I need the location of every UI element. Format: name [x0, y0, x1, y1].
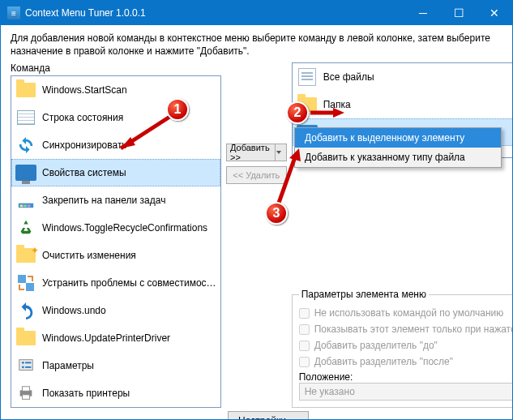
list-item[interactable]: Windows.UpdatePrinterDriver: [11, 324, 220, 352]
list-item[interactable]: Параметры: [11, 352, 220, 379]
checkbox[interactable]: [299, 357, 310, 367]
list-item-label: Windows.UpdatePrinterDriver: [42, 332, 170, 344]
svg-rect-4: [18, 275, 26, 283]
middle-column: Добавить >> << Удалить: [226, 62, 287, 408]
list-item-label: Все файлы: [323, 71, 374, 83]
menu-item-label: Добавить к указанному типу файла: [305, 152, 465, 163]
svg-point-9: [22, 366, 24, 369]
settings-icon: [15, 354, 37, 377]
list-item[interactable]: Windows.StartScan: [11, 76, 220, 104]
svg-rect-13: [22, 395, 29, 400]
list-item-label: Очистить изменения: [42, 250, 136, 261]
svg-rect-8: [25, 362, 31, 364]
position-select[interactable]: Не указано: [299, 383, 513, 401]
remove-button[interactable]: << Удалить: [226, 166, 287, 184]
list-item-label: Windows.undo: [42, 305, 106, 316]
menu-item-params: Параметры элемента меню Не использовать …: [292, 289, 513, 408]
opt-sep-before[interactable]: Добавить разделитель "до": [299, 337, 513, 354]
printer-icon: [15, 382, 37, 405]
sync-icon: [15, 134, 37, 156]
folder-icon: [296, 93, 318, 116]
settings-button-label: Настройки...: [238, 415, 294, 420]
compatibility-icon: [15, 272, 37, 294]
list-item[interactable]: Windows.ToggleRecycleConfirmations: [11, 214, 220, 242]
add-button-label: Добавить >>: [230, 143, 271, 162]
add-button[interactable]: Добавить >>: [226, 144, 287, 161]
minimize-button[interactable]: ─: [405, 1, 441, 25]
list-item[interactable]: Синхронизировать: [11, 131, 220, 159]
pin-icon: [15, 189, 37, 212]
list-item[interactable]: Показать принтеры: [11, 379, 220, 407]
position-value: Не указано: [305, 386, 355, 397]
folder-icon: [15, 79, 37, 101]
intro-text: Для добавления новой команды в контекстн…: [11, 32, 502, 58]
folder-icon: [15, 327, 37, 349]
list-item-label: Синхронизировать: [42, 139, 127, 151]
list-item[interactable]: Свойства системы: [11, 159, 220, 186]
settings-button[interactable]: Настройки...: [228, 411, 309, 420]
list-item-label: Закрепить на панели задач: [42, 195, 165, 206]
list-item-label: Свойства системы: [42, 167, 126, 178]
dropdown-arrow-icon[interactable]: [275, 144, 283, 161]
opt-show-shift[interactable]: Показывать этот элемент только при нажат…: [299, 321, 513, 337]
list-item[interactable]: Windows.undo: [11, 297, 220, 324]
list-item-label: Строка состояния: [42, 112, 123, 123]
list-item[interactable]: Все файлы: [293, 63, 513, 91]
svg-rect-1: [20, 205, 24, 208]
svg-rect-3: [28, 205, 31, 208]
list-item[interactable]: Устранить проблемы с совместимостью: [11, 269, 220, 297]
checkbox[interactable]: [299, 324, 310, 335]
monitor-icon: [15, 161, 37, 184]
position-label: Положение:: [299, 371, 513, 383]
text-icon: [15, 106, 37, 129]
list-item[interactable]: Строка состояния: [11, 104, 220, 131]
fieldset-title: Параметры элемента меню: [299, 289, 429, 300]
undo-icon: [15, 299, 37, 322]
svg-rect-12: [22, 387, 29, 392]
list-item-label: Показать принтеры: [42, 388, 130, 399]
checkbox-label: Добавить разделитель "после": [314, 356, 453, 367]
command-list[interactable]: Windows.StartScan Строка состояния Синхр…: [11, 75, 221, 408]
list-item-label: Windows.StartScan: [42, 84, 127, 96]
app-icon: ≡: [7, 6, 20, 19]
menu-item-add-filetype[interactable]: Добавить к указанному типу файла: [295, 148, 501, 167]
opt-sep-after[interactable]: Добавить разделитель "после": [299, 354, 513, 370]
remove-button-label: << Удалить: [233, 170, 280, 180]
checkbox[interactable]: [299, 341, 310, 351]
checkbox[interactable]: [299, 308, 310, 319]
list-item[interactable]: ✦ Очистить изменения: [11, 242, 220, 269]
window-title: Context Menu Tuner 1.0.0.1: [25, 7, 146, 19]
titlebar: ≡ Context Menu Tuner 1.0.0.1 ─ ☐ ✕: [1, 1, 512, 25]
list-item[interactable]: Папка: [293, 91, 513, 118]
checkbox-label: Показывать этот элемент только при нажат…: [314, 324, 513, 335]
add-dropdown-menu: Добавить к выделенному элементу Добавить…: [294, 127, 502, 168]
list-item[interactable]: Закрепить на панели задач: [11, 186, 220, 214]
recycle-icon: [15, 216, 37, 239]
list-item-label: Устранить проблемы с совместимостью: [42, 277, 217, 289]
svg-point-7: [22, 362, 24, 364]
menu-item-add-selected[interactable]: Добавить к выделенному элементу: [295, 128, 501, 148]
svg-rect-5: [26, 283, 34, 291]
opt-no-default[interactable]: Не использовать командой по умолчанию: [299, 305, 513, 321]
checkbox-label: Добавить разделитель "до": [314, 340, 438, 351]
menu-item-label: Добавить к выделенному элементу: [305, 132, 464, 144]
left-column-label: Команда: [11, 62, 221, 74]
svg-rect-2: [24, 205, 27, 208]
folder-clean-icon: ✦: [15, 244, 37, 267]
all-files-icon: [296, 66, 318, 88]
maximize-button[interactable]: ☐: [441, 1, 477, 25]
svg-rect-6: [19, 360, 33, 371]
svg-rect-10: [25, 366, 31, 368]
close-button[interactable]: ✕: [477, 1, 512, 25]
list-item-label: Windows.ToggleRecycleConfirmations: [42, 222, 207, 234]
list-item-label: Папка: [323, 99, 351, 110]
checkbox-label: Не использовать командой по умолчанию: [314, 307, 504, 319]
list-item-label: Параметры: [42, 360, 94, 371]
